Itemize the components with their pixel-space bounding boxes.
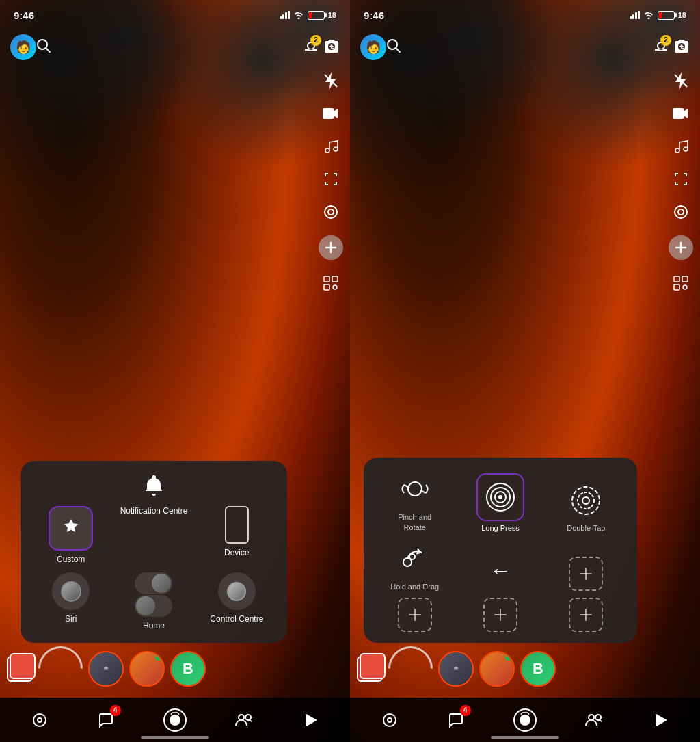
left-video-icon[interactable] [319,101,343,126]
left-story-cards-icon[interactable] [7,656,33,682]
gesture-add2-item[interactable] [375,598,455,632]
left-avatar[interactable]: 🧑 [10,34,36,60]
gesture-add4-icon[interactable] [569,598,603,632]
left-scan-icon[interactable] [319,271,343,295]
left-signal-icon [280,11,290,19]
control-centre-item[interactable]: Control Centre [199,572,275,631]
left-nav-play[interactable] [297,706,324,734]
right-nav-friends[interactable] [580,706,608,734]
gesture-add3-item[interactable] [460,598,540,632]
left-flash-off-icon[interactable] [319,68,343,93]
svg-point-31 [683,285,687,289]
right-search-icon[interactable] [386,38,401,56]
svg-marker-59 [656,715,666,726]
svg-point-16 [170,715,180,725]
svg-point-17 [239,715,244,720]
double-tap-label: Double-Tap [567,524,605,532]
left-battery-label: 18 [328,11,336,19]
left-lens-icon[interactable] [319,200,343,224]
control-centre-label: Control Centre [210,614,263,624]
left-bell-icon [33,473,275,501]
left-story-2[interactable] [129,651,165,687]
left-story-arc [29,637,92,700]
right-flip-camera-icon[interactable] [673,38,690,57]
device-label: Device [224,548,250,557]
left-story-3[interactable]: B [170,651,206,687]
svg-marker-19 [306,715,316,726]
right-add-friend-button[interactable]: 2 [653,38,668,57]
right-flash-off-icon[interactable] [669,68,693,93]
right-story-3[interactable]: B [520,651,556,687]
left-menu-row1: Custom Notification Centre Device [33,506,275,564]
right-lens-icon[interactable] [669,200,693,224]
gesture-add3-icon[interactable] [483,598,517,632]
svg-point-38 [498,495,502,499]
svg-point-13 [33,714,46,726]
right-nav-camera[interactable] [508,703,542,737]
right-nav-play[interactable] [647,706,674,734]
long-press-item[interactable]: Long Press [460,473,540,532]
svg-point-56 [520,715,530,725]
siri-menu-item[interactable]: Siri [33,572,109,631]
left-accessibility-popup: Custom Notification Centre Device Siri [21,461,287,643]
left-toolbar-right: 2 [303,38,340,57]
right-story-arc [379,637,442,700]
home-menu-item[interactable]: Home [116,572,191,631]
svg-point-5 [328,209,334,215]
device-menu-item[interactable]: Device [199,506,275,564]
right-video-icon[interactable] [669,101,693,126]
notification-centre-item[interactable]: Notification Centre [116,506,191,564]
left-nav-map[interactable] [26,706,53,734]
left-time: 9:46 [14,10,34,21]
left-add-friend-button[interactable]: 2 [303,38,318,57]
left-music-icon[interactable] [319,134,343,159]
right-story-1[interactable]: 🌧 [438,651,474,687]
right-battery-label: 18 [678,11,686,19]
svg-rect-9 [332,276,338,282]
left-nav-camera[interactable] [158,703,192,737]
right-avatar[interactable]: 🧑 [360,34,386,60]
custom-menu-item[interactable]: Custom [33,506,109,564]
right-right-sidebar [669,68,693,295]
left-search-icon[interactable] [36,38,51,57]
gesture-add2-icon[interactable] [398,598,432,632]
right-nav-map[interactable] [376,706,403,734]
pinch-rotate-item[interactable]: Pinch andRotate [375,468,455,532]
right-scan-icon[interactable] [669,271,693,295]
left-nav-chat[interactable]: 4 [92,706,120,734]
right-top-toolbar: 🧑 2 [350,34,700,60]
svg-point-54 [388,718,392,722]
back-arrow-item[interactable]: ← [460,550,540,591]
right-story-2[interactable] [479,651,515,687]
right-phone-panel: 9:46 18 🧑 [350,0,700,742]
left-status-bar: 9:46 18 [0,0,350,30]
left-nav-friends[interactable] [230,706,258,734]
svg-line-21 [396,48,400,52]
left-status-icons: 18 [280,11,336,20]
svg-point-58 [595,715,601,720]
right-story-cards-icon[interactable] [357,656,383,682]
gesture-add1-item[interactable] [546,557,626,591]
pinch-rotate-label: Pinch andRotate [398,512,431,532]
svg-point-18 [245,715,251,720]
svg-point-53 [383,714,396,726]
gesture-row-3 [375,598,626,632]
gesture-add1-icon[interactable] [569,557,603,591]
svg-rect-8 [324,276,329,282]
gesture-add4-item[interactable] [546,598,626,632]
right-expand-icon[interactable] [669,167,693,191]
right-nav-chat[interactable]: 4 [442,706,470,734]
left-add-icon[interactable] [319,235,343,260]
left-expand-icon[interactable] [319,167,343,191]
double-tap-item[interactable]: Double-Tap [546,480,626,532]
left-top-toolbar: 🧑 2 [0,34,350,60]
left-flip-camera-icon[interactable] [323,38,340,57]
right-music-icon[interactable] [669,134,693,159]
notification-centre-label: Notification Centre [120,506,188,517]
left-story-1[interactable]: 🌧 [88,651,124,687]
right-wifi-icon [643,11,654,19]
left-bottom-stories: 🌧 B [0,646,350,691]
svg-point-32 [408,482,422,496]
right-add-icon[interactable] [669,235,693,260]
hold-drag-item[interactable]: Hold and Drag [375,539,455,591]
